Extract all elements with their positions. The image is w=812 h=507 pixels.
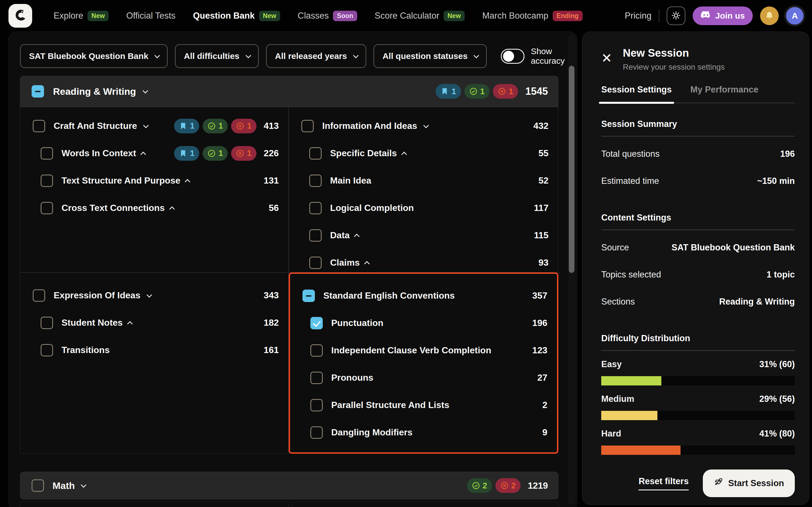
reading-writing-header[interactable]: Reading & Writing 1 1 1 1545 (20, 76, 558, 107)
theme-toggle-button[interactable] (667, 6, 685, 25)
app-logo[interactable] (8, 4, 32, 27)
chevron-up-icon[interactable] (354, 233, 360, 239)
chevron-down-icon[interactable] (143, 122, 149, 128)
checkbox-unchecked[interactable] (41, 175, 53, 187)
show-accuracy-toggle[interactable] (501, 49, 525, 64)
checkbox-unchecked[interactable] (310, 344, 323, 357)
checkbox-unchecked[interactable] (33, 289, 45, 302)
checkbox-unchecked[interactable] (309, 202, 322, 214)
panel-subtitle: Review your session settings (623, 63, 725, 72)
bookmarked-badge: 1 (436, 84, 461, 99)
new-badge: New (88, 11, 109, 21)
chevron-up-icon[interactable] (127, 321, 132, 327)
nav-score-calculator[interactable]: Score Calculator New (375, 11, 465, 21)
topic-count: 131 (264, 175, 279, 186)
nav-right-cluster: Pricing Join us A (625, 6, 804, 25)
checkbox-unchecked[interactable] (310, 372, 323, 384)
close-icon[interactable]: ✕ (601, 52, 612, 65)
topic-row-information-and-ideas[interactable]: Information And Ideas 432 (289, 112, 558, 139)
difficulty-dropdown[interactable]: All difficulties (175, 44, 259, 68)
checkbox-unchecked[interactable] (32, 480, 44, 492)
scrollbar-thumb[interactable] (569, 66, 575, 273)
nav-official-tests[interactable]: Official Tests (126, 11, 175, 21)
topic-label: Data (330, 230, 349, 240)
topic-row-craft-and-structure[interactable]: Craft And Structure 1 1 1 413 (20, 112, 288, 139)
topic-row-punctuation[interactable]: Punctuation 196 (290, 309, 557, 337)
nav-classes[interactable]: Classes Soon (297, 11, 357, 21)
checkbox-indeterminate[interactable] (32, 85, 44, 98)
incorrect-badge: 1 (231, 119, 256, 133)
nav-question-bank[interactable]: Question Bank New (193, 11, 280, 21)
topic-label: Independent Clause Verb Completion (331, 345, 491, 355)
content-settings-heading: Content Settings (601, 213, 795, 230)
topic-row-main-idea[interactable]: Main Idea 52 (289, 167, 558, 194)
chevron-up-icon[interactable] (169, 206, 175, 212)
checkbox-unchecked[interactable] (33, 120, 45, 132)
user-avatar[interactable]: A (786, 7, 804, 24)
math-section-header[interactable]: Math 2 2 1219 (20, 472, 558, 499)
topic-count: 56 (269, 203, 279, 213)
checkbox-unchecked[interactable] (310, 426, 323, 439)
nav-march-bootcamp[interactable]: March Bootcamp Ending (482, 11, 582, 21)
topic-count: 182 (264, 318, 279, 328)
soon-badge: Soon (333, 11, 357, 21)
chevron-down-icon[interactable] (143, 88, 148, 94)
tab-my-performance[interactable]: My Performance (690, 84, 758, 103)
checkbox-indeterminate[interactable] (303, 290, 315, 302)
topics-selected-value: 1 topic (767, 270, 795, 280)
topic-row-cross-text-connections[interactable]: Cross Text Connections 56 (20, 194, 288, 222)
topic-row-parallel-structure-and-lists[interactable]: Parallel Structure And Lists 2 (290, 391, 557, 419)
reset-filters-link[interactable]: Reset filters (639, 476, 689, 490)
chevron-up-icon[interactable] (185, 179, 191, 184)
start-session-button[interactable]: Start Session (703, 469, 795, 497)
chevron-down-icon[interactable] (147, 292, 152, 297)
topic-row-transitions[interactable]: Transitions 161 (20, 336, 288, 364)
topic-row-student-notes[interactable]: Student Notes 182 (20, 309, 288, 336)
topic-row-specific-details[interactable]: Specific Details 55 (289, 139, 558, 167)
nav-pricing[interactable]: Pricing (625, 11, 651, 21)
topic-count: 2 (542, 400, 547, 410)
topic-row-dangling-modifiers[interactable]: Dangling Modifiers 9 (290, 419, 557, 446)
topic-row-text-structure-and-purpose[interactable]: Text Structure And Purpose 131 (20, 167, 288, 194)
difficulty-row-easy: Easy 31% (60) (601, 359, 795, 386)
checkbox-unchecked[interactable] (309, 175, 322, 187)
checkbox-unchecked[interactable] (41, 317, 53, 329)
topic-row-standard-english-conventions[interactable]: Standard English Conventions 357 (290, 282, 557, 309)
status-badges: 1 1 1 (436, 84, 518, 99)
chevron-up-icon[interactable] (364, 261, 370, 267)
topic-row-data[interactable]: Data 115 (289, 222, 558, 249)
new-badge: New (443, 11, 465, 21)
easy-value: 31% (60) (759, 359, 795, 370)
topic-count: 123 (532, 345, 547, 355)
topic-count: 357 (532, 290, 547, 301)
checkbox-unchecked[interactable] (310, 399, 323, 411)
chevron-down-icon[interactable] (423, 122, 429, 128)
topic-row-words-in-context[interactable]: Words In Context 1 1 1 226 (20, 139, 288, 167)
total-questions-row: Total questions 196 (601, 140, 795, 168)
checkbox-unchecked[interactable] (41, 202, 53, 214)
information-ideas-cell: Information And Ideas 432 Specific Detai… (289, 107, 558, 272)
checkbox-unchecked[interactable] (41, 344, 53, 356)
topic-row-logical-completion[interactable]: Logical Completion 117 (289, 194, 558, 222)
chevron-up-icon[interactable] (401, 152, 407, 157)
checkbox-checked[interactable] (310, 317, 323, 329)
topic-label: Main Idea (330, 175, 371, 186)
topic-row-expression-of-ideas[interactable]: Expression Of Ideas 343 (20, 282, 288, 309)
checkbox-unchecked[interactable] (41, 147, 53, 160)
question-statuses-dropdown[interactable]: All question statuses (374, 44, 487, 68)
checkbox-unchecked[interactable] (301, 120, 314, 132)
checkbox-unchecked[interactable] (309, 147, 322, 160)
join-us-button[interactable]: Join us (693, 6, 753, 25)
checkbox-unchecked[interactable] (309, 257, 322, 269)
topic-row-independent-clause-verb-completion[interactable]: Independent Clause Verb Completion 123 (290, 337, 557, 364)
checkbox-unchecked[interactable] (309, 229, 322, 242)
source-label: Source (601, 242, 629, 252)
nav-explore[interactable]: Explore New (54, 11, 109, 21)
topic-row-pronouns[interactable]: Pronouns 27 (290, 364, 557, 391)
source-dropdown[interactable]: SAT Bluebook Question Bank (20, 44, 168, 68)
released-years-dropdown[interactable]: All released years (266, 44, 366, 68)
tab-session-settings[interactable]: Session Settings (601, 84, 672, 103)
chevron-down-icon[interactable] (81, 482, 87, 488)
chevron-up-icon[interactable] (141, 152, 146, 157)
notifications-button[interactable] (760, 6, 779, 25)
